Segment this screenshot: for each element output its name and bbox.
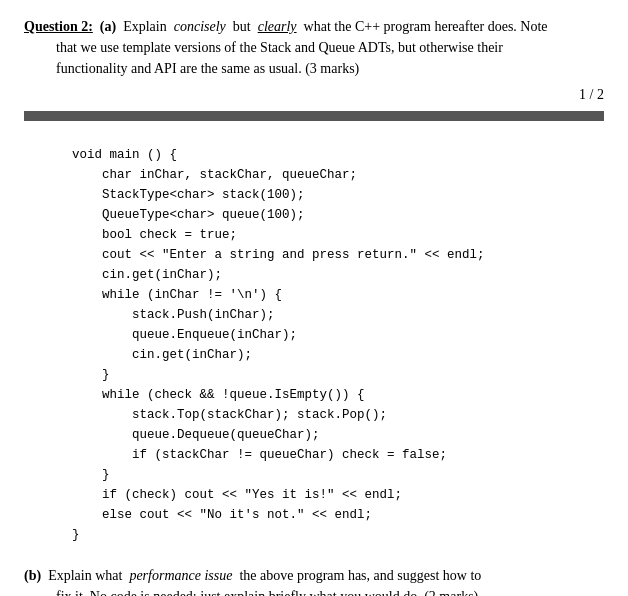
performance-issue-text: performance issue (129, 568, 232, 583)
code-block: void main () { char inChar, stackChar, q… (72, 145, 604, 545)
part-b-text3: fix it. No code is needed; just explain … (56, 586, 604, 596)
question-text-line3: functionality and API are the same as us… (56, 58, 604, 79)
divider-bar (24, 111, 604, 121)
part-a-label: (a) (100, 19, 116, 34)
part-a-text1: what the C++ program hereafter does. Not… (304, 19, 548, 34)
but-text: but (233, 19, 251, 34)
clearly-text: clearly (258, 19, 297, 34)
question-section: Question 2: (a) Explain concisely but cl… (24, 16, 604, 596)
page-number: 1 / 2 (24, 87, 604, 103)
part-b-label: (b) (24, 568, 41, 583)
question-text-line2: that we use template versions of the Sta… (56, 37, 604, 58)
part-b-section: (b) Explain what performance issue the a… (24, 565, 604, 596)
part-b-text1: Explain what (48, 568, 122, 583)
question-number: Question 2: (24, 19, 93, 34)
question-header: Question 2: (a) Explain concisely but cl… (24, 16, 604, 79)
part-b-text2: the above program has, and suggest how t… (239, 568, 481, 583)
part-a-intro: Explain (123, 19, 167, 34)
concisely-text: concisely (174, 19, 226, 34)
